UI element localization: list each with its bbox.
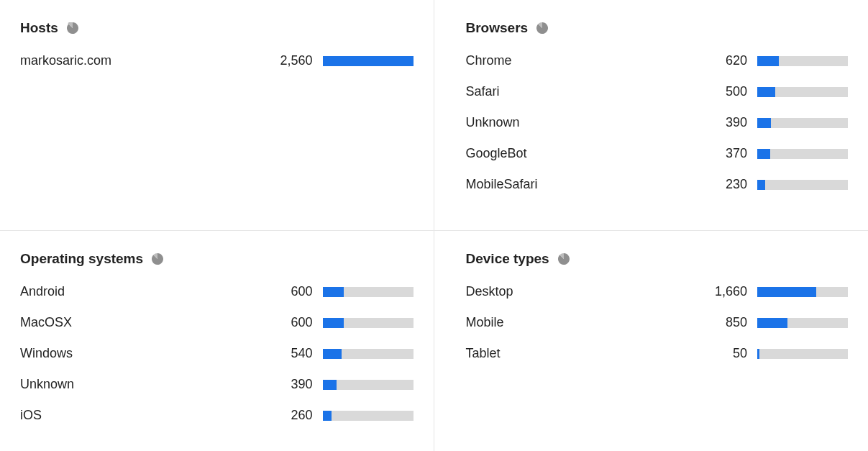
devices-rows: Desktop1,660Mobile850Tablet50 [466,284,849,361]
hosts-header: Hosts [20,20,414,36]
pie-chart-icon[interactable] [536,22,548,34]
row-value: 600 [275,315,313,330]
bar-fill [323,349,342,359]
bar-track [757,149,848,159]
os-rows: Android600MacOSX600Windows540Unknown390i… [20,284,414,423]
row-label: markosaric.com [20,53,267,68]
table-row[interactable]: MacOSX600 [20,315,414,330]
browsers-title: Browsers [466,20,529,36]
row-value: 620 [710,53,747,68]
row-label: Desktop [466,284,702,299]
row-label: Safari [466,84,702,99]
row-label: GoogleBot [466,146,702,161]
row-label: Unknown [20,377,267,392]
browsers-rows: Chrome620Safari500Unknown390GoogleBot370… [466,53,849,192]
browsers-panel: Browsers Chrome620Safari500Unknown390Goo… [434,0,869,230]
row-label: Windows [20,346,267,361]
bar-track [757,180,848,190]
row-value: 260 [275,408,313,423]
bar-track [757,287,848,297]
hosts-rows: markosaric.com2,560 [20,53,414,68]
bar-track [757,118,848,128]
bar-fill [757,318,787,328]
table-row[interactable]: Tablet50 [466,346,849,361]
row-right: 390 [710,115,848,130]
row-right: 600 [275,315,414,330]
hosts-title: Hosts [20,20,58,36]
table-row[interactable]: Safari500 [466,84,849,99]
bar-track [757,56,848,66]
bar-fill [757,56,779,66]
row-value: 230 [710,177,747,192]
table-row[interactable]: Android600 [20,284,414,299]
bar-track [323,349,414,359]
row-right: 230 [710,177,848,192]
row-right: 600 [275,284,414,299]
bar-fill [757,287,816,297]
bar-fill [323,318,344,328]
devices-panel: Device types Desktop1,660Mobile850Tablet… [434,230,869,451]
table-row[interactable]: markosaric.com2,560 [20,53,414,68]
row-label: iOS [20,408,267,423]
row-value: 850 [710,315,747,330]
row-right: 2,560 [275,53,414,68]
stats-grid: Hosts markosaric.com2,560 Browsers Chrom… [0,0,868,451]
row-label: Android [20,284,267,299]
row-value: 390 [275,377,313,392]
row-right: 390 [275,377,414,392]
bar-fill [757,149,770,159]
row-label: Unknown [466,115,702,130]
pie-chart-icon[interactable] [152,253,163,265]
table-row[interactable]: MobileSafari230 [466,177,849,192]
row-label: Chrome [466,53,702,68]
table-row[interactable]: Unknown390 [466,115,849,130]
bar-track [757,318,848,328]
table-row[interactable]: iOS260 [20,408,414,423]
os-panel: Operating systems Android600MacOSX600Win… [0,230,434,451]
row-label: Tablet [466,346,702,361]
row-value: 390 [710,115,747,130]
row-label: Mobile [466,315,702,330]
table-row[interactable]: GoogleBot370 [466,146,849,161]
table-row[interactable]: Chrome620 [466,53,849,68]
table-row[interactable]: Windows540 [20,346,414,361]
row-label: MacOSX [20,315,267,330]
pie-chart-icon[interactable] [67,22,78,34]
table-row[interactable]: Desktop1,660 [466,284,849,299]
row-right: 260 [275,408,414,423]
os-header: Operating systems [20,251,414,267]
row-value: 540 [275,346,313,361]
browsers-header: Browsers [466,20,849,36]
bar-fill [323,287,344,297]
pie-chart-icon[interactable] [558,253,570,265]
bar-fill [323,56,414,66]
table-row[interactable]: Mobile850 [466,315,849,330]
bar-track [757,349,848,359]
bar-fill [757,118,771,128]
row-value: 500 [710,84,747,99]
bar-track [323,380,414,390]
row-label: MobileSafari [466,177,702,192]
row-right: 850 [710,315,848,330]
row-value: 50 [710,346,747,361]
row-value: 1,660 [710,284,747,299]
row-right: 500 [710,84,848,99]
row-value: 370 [710,146,747,161]
bar-track [323,56,414,66]
bar-fill [323,411,332,421]
bar-track [323,287,414,297]
bar-track [323,318,414,328]
bar-fill [757,87,775,97]
devices-header: Device types [466,251,849,267]
row-right: 1,660 [710,284,848,299]
bar-fill [757,180,765,190]
bar-track [757,87,848,97]
table-row[interactable]: Unknown390 [20,377,414,392]
row-value: 2,560 [275,53,313,68]
row-right: 620 [710,53,848,68]
os-title: Operating systems [20,251,143,267]
bar-track [323,411,414,421]
hosts-panel: Hosts markosaric.com2,560 [0,0,434,230]
row-value: 600 [275,284,313,299]
row-right: 540 [275,346,414,361]
